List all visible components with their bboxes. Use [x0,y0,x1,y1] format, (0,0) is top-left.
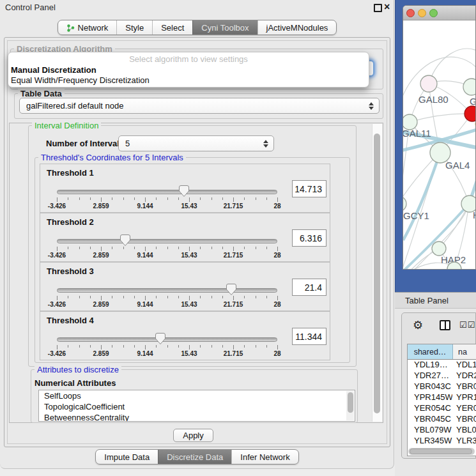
network-node-gal80[interactable] [420,75,437,92]
columns-icon[interactable] [440,320,450,330]
cell-shared-name: YBL079W [408,425,452,436]
cell-name: YER0 [452,403,476,414]
table-data-combobox[interactable]: galFiltered.sif default node [19,98,380,114]
horizontal-scrollbar-thumb[interactable] [410,449,472,454]
threshold-value-field[interactable]: 21.4 [292,279,326,296]
slider-knob[interactable] [179,185,189,197]
network-node-gcy1[interactable] [403,196,406,211]
tab-jactivemnodules[interactable]: jActiveMNodules [257,20,337,35]
threshold-label: Threshold 2 [47,217,94,227]
threshold-value-field[interactable]: 6.316 [292,229,326,247]
vertical-scrollbar-thumb[interactable] [374,134,380,413]
tab-select[interactable]: Select [152,20,192,35]
network-node-hap2[interactable] [432,242,446,256]
screen: Control Panel × NetworkStyleSelectCyni T… [0,0,476,476]
node-table: shared… na YDL19…YDL1YDR27…YDR2YBR043CYB… [407,344,476,456]
thresholds-group-label: Threshold's Coordinates for 5 Intervals [38,153,186,162]
tab-infer-network[interactable]: Infer Network [231,450,298,464]
column-header-shared-name[interactable]: shared… [408,344,453,359]
apply-button[interactable]: Apply [173,429,213,442]
network-window-titlebar[interactable] [403,6,476,20]
tab-network[interactable]: Network [58,20,117,35]
table-row[interactable]: YER054CYER0 [408,403,476,414]
slider-track[interactable] [57,337,277,342]
tab-discretize-data[interactable]: Discretize Data [158,450,231,464]
numerical-attributes-label: Numerical Attributes [35,378,116,388]
cell-name: YDL1 [452,360,476,371]
list-scrollbar[interactable] [346,391,354,420]
network-node-label: GCY1 [403,210,429,221]
cell-shared-name: YER054C [408,403,452,414]
dropdown-option[interactable]: Manual Discretization [11,65,96,75]
tab-label: Style [125,23,144,33]
table-row[interactable]: YDR27…YDR2 [408,371,476,381]
cell-shared-name: YBR045C [408,414,452,425]
numerical-attributes-list[interactable]: SelfLoopsTopologicalCoefficientBetweenne… [38,390,355,422]
float-window-icon[interactable] [374,4,382,12]
dropdown-hint: Select algorithm to view settings [8,54,369,64]
interval-definition-label: Interval Definition [32,121,101,130]
network-node-label: H [473,210,476,220]
cell-name: YPR1 [452,392,476,403]
cell-name: YDR2 [452,371,476,381]
threshold-label: Threshold 1 [47,168,94,178]
threshold-value-field[interactable]: 14.713 [292,180,326,197]
cell-name: YLR3 [452,436,476,447]
threshold-value-field[interactable]: 11.344 [292,328,326,345]
slider-ticks [57,197,277,203]
slider-ticks [57,247,277,252]
table-row[interactable]: YBR043CYBR0 [408,381,476,392]
threshold-panel: Threshold 1-3.4262.8599.14415.4321.71528… [40,164,330,213]
network-canvas[interactable]: GAL80GACGAL11GAL4GCY1HHAP2 [403,20,476,270]
attribute-list-item[interactable]: BetweennessCentrality [39,412,355,422]
table-panel-title: Table Panel [405,296,449,305]
attribute-list-item[interactable]: TopologicalCoefficient [39,401,355,412]
network-icon [66,24,75,32]
select-columns-checkboxes-icon[interactable]: ☑☑ [459,320,475,330]
slider-knob[interactable] [155,333,165,345]
horizontal-scrollbar[interactable] [408,448,475,455]
gear-icon[interactable]: ⚙ [413,318,423,332]
cell-name: YBR0 [452,414,476,425]
close-traffic-light-icon[interactable] [406,9,415,17]
list-scrollbar-thumb[interactable] [348,392,353,413]
dropdown-option[interactable]: Equal Width/Frequency Discretization [11,75,150,85]
network-node-label: GAL4 [445,160,470,171]
network-node-ga[interactable] [463,79,476,95]
slider-axis-labels: -3.4262.8599.14415.4321.71528 [57,350,277,358]
slider-knob[interactable] [226,284,236,296]
tab-label: Select [161,23,184,33]
threshold-panel: Threshold 4-3.4262.8599.14415.4321.71528… [40,311,330,360]
table-row[interactable]: YBL079WYBL0 [408,425,476,436]
slider-track[interactable] [57,288,277,293]
cell-shared-name: YLR345W [408,436,452,447]
table-row[interactable]: YDL19…YDL1 [408,360,476,371]
slider-axis-labels: -3.4262.8599.14415.4321.71528 [57,203,277,210]
network-view-window: GAL80GACGAL11GAL4GCY1HHAP2 [403,5,476,270]
top-tab-bar: NetworkStyleSelectCyni ToolboxjActiveMNo… [0,20,394,35]
cell-shared-name: YDL19… [408,360,452,371]
column-header-name[interactable]: na [453,344,476,359]
slider-track[interactable] [57,190,277,194]
slider-ticks [57,296,277,301]
attribute-list-item[interactable]: SelfLoops [39,390,355,401]
zoom-traffic-light-icon[interactable] [429,9,438,17]
tab-label: Discretize Data [167,452,223,462]
cell-shared-name: YDR27… [408,371,452,381]
close-icon[interactable]: × [384,0,390,14]
table-row[interactable]: YLR345WYLR3 [408,436,476,447]
table-data-value: galFiltered.sif default node [26,101,123,111]
table-row[interactable]: YBR045CYBR0 [408,414,476,425]
table-row[interactable]: YPR145WYPR1 [408,392,476,403]
slider-knob[interactable] [120,234,130,247]
tab-impute-data[interactable]: Impute Data [96,450,158,464]
tab-cyni-toolbox[interactable]: Cyni Toolbox [192,20,257,35]
tab-style[interactable]: Style [116,20,152,35]
network-node-label: GA [470,96,476,107]
number-of-intervals-combobox[interactable]: 5 [118,135,274,151]
minimize-traffic-light-icon[interactable] [418,9,426,17]
vertical-scrollbar[interactable] [372,124,382,422]
slider-track[interactable] [57,239,277,243]
slider-ticks [57,345,277,350]
cell-shared-name: YBR043C [408,381,452,392]
